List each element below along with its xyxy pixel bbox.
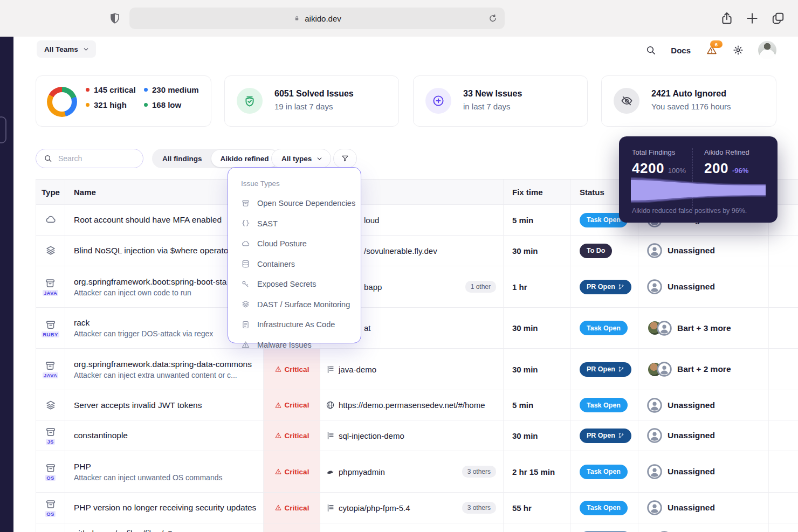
fix-time-cell: 30 min [504, 236, 571, 266]
name-cell[interactable]: PHP version no longer receiving security… [65, 493, 264, 523]
funnel-chart [631, 177, 766, 203]
table-row[interactable]: Server accepts invalid JWT tokensCritica… [36, 390, 798, 420]
assignee-cell[interactable]: Bart + 3 more [638, 308, 769, 348]
finding-subtitle: Attacker can inject unwanted OS commands [74, 473, 222, 482]
severity-cell: Critical [264, 451, 320, 492]
toggle-all-findings[interactable]: All findings [153, 150, 211, 167]
issue-types-menu-title: Issue Types [241, 179, 348, 188]
assignee-label: Unassigned [668, 246, 715, 255]
target-cell[interactable]: https://demo.permasensedev.net/#/home [320, 390, 504, 420]
legend-medium: 230 medium [144, 85, 199, 94]
menu-item-exposed-secrets[interactable]: Exposed Secrets [241, 278, 348, 291]
alerts-button[interactable]: 6 [705, 44, 718, 56]
assignee-cell[interactable]: Unassigned [638, 451, 769, 492]
auto-ignored-card[interactable]: 2421 Auto Ignored You saved 1176 hours [601, 75, 776, 127]
spacer-cell [769, 451, 798, 492]
target-cell[interactable]: sql-injection-demo [320, 420, 504, 451]
table-row[interactable]: OSPHP version no longer receiving securi… [36, 493, 798, 523]
menu-item-cloud-posture[interactable]: Cloud Posture [241, 237, 348, 250]
assignee-cell[interactable]: Unassigned [638, 493, 769, 523]
table-row[interactable]: RUBYrackAttacker can trigger DOS-attack … [36, 308, 798, 349]
solved-issues-title: 6051 Solved Issues [274, 89, 354, 99]
status-badge[interactable]: PR Open [580, 280, 631, 294]
toggle-aikido-refined[interactable]: Aikido refined [211, 150, 278, 167]
target-cell[interactable]: phpmyadmin3 others [320, 451, 504, 492]
team-selector[interactable]: All Teams [37, 40, 96, 58]
status-badge[interactable]: Task Open [580, 501, 628, 515]
search-input[interactable] [57, 154, 129, 163]
sidebar-handle[interactable] [0, 116, 6, 143]
type-cell: OS [36, 451, 65, 492]
new-issues-card[interactable]: 33 New Issues in last 7 days [413, 75, 588, 127]
table-row[interactable]: github.com/gofiber/fiber/v2PR Open [36, 523, 798, 532]
filter-button[interactable] [333, 149, 357, 168]
finding-subtitle: Attacker can inject own code to run [74, 288, 191, 297]
table-row[interactable]: JAVAorg.springframework.boot:spring-boot… [36, 266, 798, 308]
search-field[interactable] [36, 149, 143, 168]
assignee-cell[interactable]: Bart + 2 more [638, 349, 769, 390]
status-badge[interactable]: PR Open [580, 429, 631, 443]
table-row[interactable]: OSPHPAttacker can inject unwanted OS com… [36, 451, 798, 493]
assignee-cell[interactable]: Unassigned [638, 390, 769, 420]
target-cell[interactable] [320, 523, 504, 532]
alert-count-badge: 6 [710, 40, 723, 48]
type-icon [45, 399, 57, 411]
menu-item-sast[interactable]: SAST [241, 217, 348, 230]
type-cell: OS [36, 493, 65, 523]
name-cell[interactable]: constantinople [65, 420, 264, 451]
unassigned-avatar-icon [647, 398, 662, 413]
col-type[interactable]: Type [36, 179, 65, 204]
status-badge[interactable]: To Do [580, 244, 612, 258]
address-bar[interactable]: aikido.dev [129, 8, 505, 29]
table-row[interactable]: JAVAorg.springframework.data:spring-data… [36, 349, 798, 390]
severity-label: Critical [285, 365, 309, 374]
assignee-cell[interactable]: Unassigned [638, 420, 769, 451]
target-cell[interactable]: cytopia/php-fpm-5.43 others [320, 493, 504, 523]
gear-icon[interactable] [733, 45, 744, 56]
spacer-cell [769, 308, 798, 348]
type-cell: RUBY [36, 308, 65, 348]
collapsed-sidebar[interactable] [0, 37, 13, 532]
fix-time-cell: 1 hr [504, 266, 571, 307]
refresh-icon[interactable] [488, 13, 498, 23]
name-cell[interactable]: Server accepts invalid JWT tokens [65, 390, 264, 420]
table-row[interactable]: JSconstantinopleCriticalsql-injection-de… [36, 420, 798, 451]
menu-item-open-source-dependencies[interactable]: Open Source Dependencies [241, 197, 348, 210]
target-extra-badge: 3 others [462, 466, 496, 478]
assignee-cell[interactable] [638, 523, 769, 532]
user-avatar[interactable] [758, 41, 776, 59]
assignee-cell[interactable]: Unassigned [638, 266, 769, 307]
chevron-down-icon [82, 46, 90, 53]
menu-item-dast[interactable]: DAST / Surface Monitoring [241, 298, 348, 311]
name-cell[interactable]: PHPAttacker can inject unwanted OS comma… [65, 451, 264, 492]
status-badge[interactable]: PR Open [580, 362, 631, 377]
ecosystem-label: JS [46, 439, 54, 445]
docs-link[interactable]: Docs [671, 46, 691, 55]
solved-issues-card[interactable]: 6051 Solved Issues 19 in last 7 days [224, 75, 399, 127]
new-tab-icon[interactable] [745, 11, 759, 26]
menu-item-malware[interactable]: Malware Issues [241, 338, 348, 351]
status-badge[interactable]: Task Open [580, 321, 628, 335]
privacy-shield-icon[interactable] [108, 11, 121, 25]
fix-time-cell: 30 min [504, 349, 571, 390]
table-row[interactable]: Blind NoSQL injection via $where operato… [36, 236, 798, 266]
assignee-cell[interactable]: Unassigned [638, 236, 769, 266]
assignee-avatars [647, 362, 672, 377]
menu-item-containers[interactable]: Containers [241, 258, 348, 271]
status-badge[interactable]: Task Open [580, 398, 628, 412]
severity-summary-card[interactable]: 145 critical 230 medium 321 high 168 low [36, 75, 211, 127]
search-icon[interactable] [645, 45, 656, 56]
menu-item-iac[interactable]: Infrastructure As Code [241, 318, 348, 331]
col-fix-time[interactable]: Fix time [504, 179, 571, 204]
share-icon[interactable] [720, 11, 734, 26]
finding-name: Blind NoSQL injection via $where operato… [74, 246, 231, 255]
fix-time-cell: 2 hr 15 min [504, 451, 571, 492]
all-types-dropdown[interactable]: All types [271, 149, 331, 168]
status-cell: PR Open [571, 349, 638, 390]
name-cell[interactable]: github.com/gofiber/fiber/v2 [65, 523, 264, 532]
name-cell[interactable]: org.springframework.data:spring-data-com… [65, 349, 264, 390]
severity-donut-chart [47, 87, 77, 117]
tab-overview-icon[interactable] [771, 11, 785, 26]
status-badge[interactable]: Task Open [580, 465, 628, 479]
target-cell[interactable]: java-demo [320, 349, 504, 390]
